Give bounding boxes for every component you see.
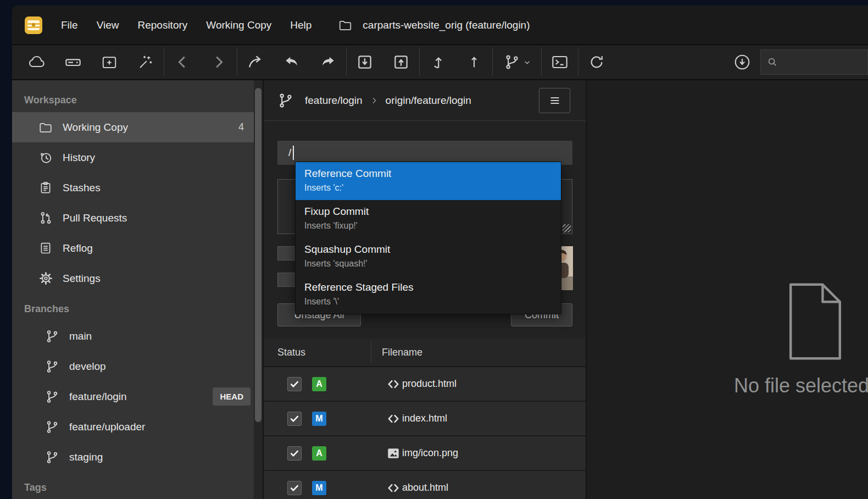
file-row[interactable]: A product.html bbox=[264, 367, 586, 402]
file-checkbox[interactable] bbox=[287, 481, 302, 495]
sidebar-item-pull-requests[interactable]: Pull Requests bbox=[12, 203, 254, 233]
file-row[interactable]: M index.html bbox=[264, 402, 586, 436]
commit-option-checkbox[interactable] bbox=[277, 273, 296, 287]
redo-button[interactable] bbox=[310, 47, 346, 77]
sidebar-scrollbar[interactable] bbox=[254, 80, 263, 499]
head-badge: HEAD bbox=[213, 387, 251, 406]
branch-label: feature/uploader bbox=[69, 421, 145, 433]
sidebar-item-history[interactable]: History bbox=[12, 142, 254, 173]
sidebar-branch-staging[interactable]: staging bbox=[12, 442, 254, 472]
image-file-icon bbox=[386, 446, 400, 461]
code-file-icon bbox=[386, 412, 400, 426]
file-name: about.html bbox=[402, 482, 448, 494]
git-branch-icon bbox=[43, 450, 62, 464]
autocomplete-item-title: Fixup Commit bbox=[304, 206, 552, 218]
autocomplete-item-title: Reference Staged Files bbox=[304, 281, 552, 293]
menu-repository[interactable]: Repository bbox=[128, 14, 197, 36]
checkout-button[interactable] bbox=[237, 47, 274, 77]
sidebar: Workspace Working Copy 4 History Stashes… bbox=[12, 80, 254, 499]
commit-option-checkbox[interactable] bbox=[277, 246, 296, 260]
shelve-button[interactable] bbox=[420, 47, 456, 77]
autocomplete-item-fixup-commit[interactable]: Fixup Commit Inserts 'fixup!' bbox=[296, 200, 561, 238]
autocomplete-item-subtitle: Inserts '\' bbox=[304, 297, 552, 307]
gear-icon bbox=[36, 271, 55, 286]
file-checkbox[interactable] bbox=[287, 412, 302, 426]
git-branch-icon bbox=[277, 91, 294, 110]
reflog-icon bbox=[36, 241, 55, 256]
sidebar-branch-feature-login[interactable]: feature/login HEAD bbox=[12, 381, 254, 412]
file-row[interactable]: A img/icon.png bbox=[264, 436, 586, 471]
autocomplete-dropdown: Reference Commit Inserts 'c:' Fixup Comm… bbox=[295, 162, 561, 314]
search-input[interactable] bbox=[783, 57, 862, 68]
forward-button[interactable] bbox=[201, 47, 237, 77]
push-button[interactable] bbox=[383, 47, 419, 77]
sidebar-branch-develop[interactable]: develop bbox=[12, 351, 254, 381]
refresh-button[interactable] bbox=[578, 47, 615, 77]
redo-arrow-icon bbox=[319, 53, 337, 71]
file-name: index.html bbox=[402, 413, 447, 424]
folder-icon bbox=[36, 120, 55, 135]
status-badge-modified: M bbox=[312, 481, 326, 495]
fetch-button[interactable] bbox=[456, 47, 492, 77]
branches-header: Branches bbox=[12, 297, 254, 321]
download-button[interactable] bbox=[724, 47, 760, 77]
terminal-button[interactable] bbox=[542, 47, 578, 77]
hamburger-menu-icon bbox=[548, 94, 561, 107]
file-name: product.html bbox=[402, 378, 457, 390]
main-panel: feature/login origin/feature/login / bbox=[263, 80, 587, 499]
workspace-header: Workspace bbox=[12, 88, 254, 112]
git-branch-icon bbox=[504, 54, 520, 70]
pull-button[interactable] bbox=[347, 47, 383, 77]
back-button[interactable] bbox=[164, 47, 201, 77]
autocomplete-item-reference-commit[interactable]: Reference Commit Inserts 'c:' bbox=[296, 162, 561, 200]
remote-button[interactable] bbox=[19, 47, 55, 77]
filename-column-header: Filename bbox=[382, 347, 422, 358]
menu-working-copy[interactable]: Working Copy bbox=[197, 14, 281, 36]
sidebar-item-settings[interactable]: Settings bbox=[12, 263, 254, 293]
pending-count-badge: 4 bbox=[238, 121, 244, 133]
history-icon bbox=[36, 150, 55, 165]
menu-view[interactable]: View bbox=[87, 14, 129, 36]
branch-menu-button[interactable] bbox=[493, 47, 541, 77]
status-column-header: Status bbox=[277, 347, 305, 358]
table-header: Status Filename bbox=[264, 339, 586, 367]
sidebar-branch-feature-uploader[interactable]: feature/uploader bbox=[12, 412, 254, 442]
discard-button[interactable] bbox=[274, 47, 310, 77]
sidebar-branch-main[interactable]: main bbox=[12, 321, 254, 351]
file-checkbox[interactable] bbox=[287, 446, 302, 461]
file-checkbox[interactable] bbox=[287, 377, 302, 391]
create-button[interactable] bbox=[127, 47, 164, 77]
clone-button[interactable] bbox=[55, 47, 91, 77]
autocomplete-item-reference-staged-files[interactable]: Reference Staged Files Inserts '\' bbox=[296, 276, 561, 314]
undo-arrow-icon bbox=[283, 53, 301, 71]
resize-grip-icon[interactable] bbox=[563, 224, 571, 232]
sidebar-item-working-copy[interactable]: Working Copy 4 bbox=[12, 112, 254, 142]
status-badge-added: A bbox=[312, 446, 326, 461]
commit-area: / Unstage All Commi bbox=[264, 121, 586, 339]
git-branch-icon bbox=[43, 420, 62, 434]
text-caret bbox=[293, 146, 294, 160]
search-box[interactable] bbox=[760, 49, 868, 75]
folder-icon bbox=[337, 18, 353, 32]
autocomplete-item-subtitle: Inserts 'squash!' bbox=[304, 259, 552, 269]
cloud-icon bbox=[28, 53, 46, 71]
git-branch-icon bbox=[43, 359, 62, 374]
menu-file[interactable]: File bbox=[52, 14, 87, 36]
status-badge-added: A bbox=[312, 377, 326, 391]
column-divider bbox=[371, 342, 371, 363]
branch-options-button[interactable] bbox=[539, 88, 570, 113]
sidebar-item-label: History bbox=[63, 152, 95, 164]
menu-bar: File View Repository Working Copy Help c… bbox=[12, 5, 868, 45]
file-name: img/icon.png bbox=[402, 447, 458, 459]
up-arrow-icon bbox=[466, 54, 482, 70]
file-row[interactable]: M about.html bbox=[264, 471, 586, 499]
sidebar-item-reflog[interactable]: Reflog bbox=[12, 233, 254, 263]
menu-help[interactable]: Help bbox=[281, 14, 321, 36]
scrollbar-thumb[interactable] bbox=[255, 88, 261, 422]
add-repo-button[interactable] bbox=[91, 47, 127, 77]
search-icon bbox=[766, 56, 778, 68]
autocomplete-item-squashup-commit[interactable]: Squashup Commit Inserts 'squash!' bbox=[296, 238, 561, 276]
sidebar-item-stashes[interactable]: Stashes bbox=[12, 173, 254, 203]
autocomplete-item-title: Reference Commit bbox=[304, 168, 552, 180]
folder-add-icon bbox=[101, 54, 118, 70]
